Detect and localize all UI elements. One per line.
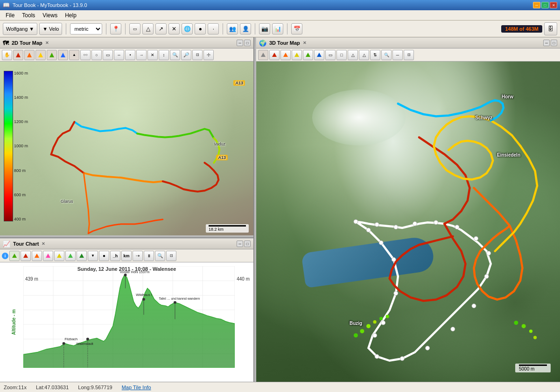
3d-fit[interactable]: ⊡ bbox=[404, 50, 414, 60]
svg-point-50 bbox=[174, 301, 176, 304]
chart-tri-dropdown[interactable]: ▼ bbox=[88, 251, 98, 261]
svg-point-41 bbox=[86, 338, 89, 341]
3d-rect[interactable]: ▭ bbox=[325, 50, 336, 60]
3d-tri-white[interactable] bbox=[258, 50, 268, 60]
chart-tri-red[interactable] bbox=[21, 251, 31, 261]
triangle-tool[interactable]: △ bbox=[142, 23, 154, 34]
menu-file[interactable]: File bbox=[2, 11, 18, 20]
svg-text:Filzbach: Filzbach bbox=[65, 337, 77, 341]
chart-tri-yellow[interactable] bbox=[54, 251, 64, 261]
chart-km[interactable]: km bbox=[121, 251, 132, 261]
title-bar: 📖 Tour Book - MyTourbook - 13.9.0 ─ □ ✕ bbox=[0, 0, 560, 10]
3d-move-vert[interactable]: ⇅ bbox=[370, 50, 380, 60]
chart-tool[interactable]: 📊 bbox=[272, 23, 283, 34]
map-2d-minimize[interactable]: ─ bbox=[237, 40, 243, 46]
svg-text:Walenstadt: Walenstadt bbox=[76, 342, 93, 346]
minimize-button[interactable]: ─ bbox=[533, 2, 540, 8]
cross-btn[interactable]: ✕ bbox=[147, 50, 158, 60]
map-2d-title: 2D Tour Map bbox=[12, 40, 42, 46]
user-dropdown[interactable]: Wolfgang ▼ bbox=[3, 23, 37, 35]
tri-yellow-btn[interactable] bbox=[35, 50, 46, 60]
filter-button[interactable]: ▼ Velo bbox=[39, 23, 62, 35]
calendar-tool[interactable]: 📅 bbox=[291, 23, 302, 34]
chart-tri-green2[interactable] bbox=[65, 251, 76, 261]
unit-select[interactable]: metric imperial bbox=[70, 23, 102, 34]
user-label: Wolfgang bbox=[6, 26, 28, 32]
chart-circle[interactable]: ● bbox=[99, 251, 109, 261]
3d-tri-red[interactable] bbox=[269, 50, 280, 60]
3d-minimize[interactable]: ─ bbox=[392, 50, 403, 60]
3d-tri-blue-outline[interactable] bbox=[314, 50, 324, 60]
map-3d-content[interactable]: Horw Schwyz Einsiedeln Buzig 5000 m bbox=[256, 62, 560, 382]
3d-tri-orange[interactable] bbox=[280, 50, 291, 60]
status-map-tile[interactable]: Map Tile Info bbox=[122, 385, 151, 390]
menu-views[interactable]: Views bbox=[39, 11, 61, 20]
chart-fit[interactable]: ⊡ bbox=[166, 251, 176, 261]
rectangle-tool[interactable]: ▭ bbox=[129, 23, 140, 34]
chart-tri-dark-green[interactable] bbox=[77, 251, 87, 261]
location-pin-button[interactable]: 📍 bbox=[110, 23, 121, 34]
chart-minimize[interactable]: ─ bbox=[237, 241, 243, 247]
zoom-in-btn[interactable]: 🔍 bbox=[170, 50, 180, 60]
filter-icon: ▼ bbox=[42, 26, 48, 32]
chart-pause[interactable]: ⏸ bbox=[144, 251, 154, 261]
map-move-btn[interactable]: ✋ bbox=[2, 50, 12, 60]
chart-h[interactable]: _h bbox=[110, 251, 120, 261]
move-btn2[interactable]: ↕ bbox=[159, 50, 169, 60]
cross-tool[interactable]: ✕ bbox=[168, 23, 180, 34]
main-toolbar: Wolfgang ▼ ▼ Velo metric imperial 📍 ▭ △ … bbox=[0, 21, 560, 37]
measure-tool[interactable]: ↗ bbox=[155, 23, 167, 34]
dot-tool[interactable]: · bbox=[208, 23, 219, 34]
arrow-btn[interactable]: → bbox=[136, 50, 147, 60]
filter-label: Velo bbox=[49, 26, 59, 32]
map-3d-minimize[interactable]: ─ bbox=[543, 40, 550, 46]
tri-gray-btn[interactable]: ▲ bbox=[69, 50, 79, 60]
elevation-chart-svg: 1,600 1,400 1,200 1,000 800 600 400 1,60… bbox=[23, 266, 235, 368]
fit-btn[interactable]: ⊡ bbox=[192, 50, 203, 60]
memory-indicator: 148M of 463M bbox=[501, 25, 542, 33]
tri-blue-btn[interactable] bbox=[58, 50, 68, 60]
3d-tri-yellow[interactable] bbox=[292, 50, 302, 60]
3d-tri-green[interactable] bbox=[303, 50, 313, 60]
rect-btn[interactable]: ▭ bbox=[103, 50, 113, 60]
snow-area bbox=[312, 89, 406, 145]
map-2d-maximize[interactable]: □ bbox=[244, 40, 251, 46]
3d-tri-up[interactable]: △ bbox=[348, 50, 358, 60]
maximize-button[interactable]: □ bbox=[541, 2, 549, 8]
chart-arrow[interactable]: ⇢ bbox=[133, 251, 143, 261]
map-3d-maximize[interactable]: □ bbox=[551, 40, 557, 46]
menu-help[interactable]: Help bbox=[61, 11, 80, 20]
tri-red-btn[interactable] bbox=[13, 50, 23, 60]
map-2d-content[interactable]: 1600 m 1400 m 1200 m 1000 m 800 m 600 m … bbox=[0, 62, 253, 235]
chart-info-icon: i bbox=[2, 253, 8, 259]
no-show-btn[interactable]: ○○ bbox=[80, 50, 91, 60]
chart-tri-orange[interactable] bbox=[32, 251, 42, 261]
chart-toolbar: i bbox=[0, 249, 253, 262]
tri-orange-btn[interactable] bbox=[24, 50, 35, 60]
circle-tool[interactable]: ● bbox=[195, 23, 206, 34]
pan-btn[interactable]: ☩ bbox=[203, 50, 214, 60]
zoom-out-btn[interactable]: 🔎 bbox=[181, 50, 191, 60]
status-bar: Zoom:11x Lat:47.033631 Long:9.567719 Map… bbox=[0, 382, 560, 392]
circle-btn[interactable]: ○ bbox=[91, 50, 102, 60]
route-btn[interactable]: ↔ bbox=[114, 50, 124, 60]
chart-maximize[interactable]: □ bbox=[244, 241, 251, 247]
chart-tri-pink[interactable] bbox=[43, 251, 53, 261]
3d-tri-up2[interactable]: △ bbox=[359, 50, 369, 60]
globe-tool[interactable]: 🌐 bbox=[182, 23, 193, 34]
map-3d-close-icon: ✕ bbox=[303, 41, 307, 45]
chart-zoom[interactable]: 🔍 bbox=[155, 251, 165, 261]
photo-tool[interactable]: 📷 bbox=[259, 23, 270, 34]
3d-rect2[interactable]: □ bbox=[336, 50, 347, 60]
storage-button[interactable]: 🗄 bbox=[544, 22, 557, 35]
chart-close-icon: ✕ bbox=[42, 241, 45, 246]
tri-green-btn[interactable] bbox=[47, 50, 57, 60]
chart-tri-green[interactable] bbox=[9, 251, 20, 261]
chart-icon: 📈 bbox=[3, 241, 10, 248]
person-tool[interactable]: 👤 bbox=[240, 23, 251, 34]
3d-zoom[interactable]: 🔍 bbox=[381, 50, 392, 60]
dot-btn[interactable]: • bbox=[125, 50, 135, 60]
menu-tools[interactable]: Tools bbox=[18, 11, 39, 20]
close-button[interactable]: ✕ bbox=[550, 2, 557, 8]
people-tool[interactable]: 👥 bbox=[227, 23, 238, 34]
